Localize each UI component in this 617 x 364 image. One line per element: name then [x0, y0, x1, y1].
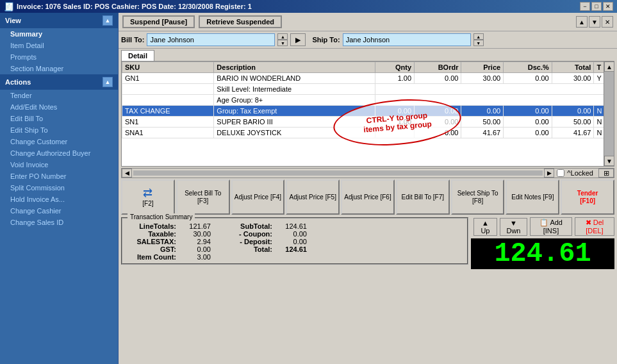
- col-sku: SKU: [122, 62, 214, 73]
- func-btn-f4[interactable]: Adjust Price [F4]: [231, 179, 285, 215]
- detail-tabs: Detail: [119, 49, 617, 61]
- deposit-value: 0.00: [275, 238, 307, 245]
- sidebar-view-item[interactable]: Prompts: [0, 51, 118, 63]
- func-btn-f10[interactable]: Tender[F10]: [561, 179, 614, 215]
- sidebar-action-item[interactable]: Edit Bill To: [0, 113, 118, 124]
- actions-label: Actions: [5, 78, 31, 86]
- locked-area: ^Locked: [554, 169, 596, 177]
- locked-checkbox[interactable]: [557, 169, 564, 177]
- dwn-button[interactable]: ▼ Dwn: [500, 218, 527, 236]
- sidebar-action-item[interactable]: Hold Invoice As...: [0, 194, 118, 205]
- tab-detail[interactable]: Detail: [121, 50, 154, 61]
- sidebar-action-item[interactable]: Change Authorized Buyer: [0, 147, 118, 159]
- scroll-up-btn[interactable]: ▲: [576, 16, 588, 28]
- f5-label: Adjust Price [F5]: [290, 194, 336, 201]
- salestax-row: SALESTAX: 2.94: [125, 238, 211, 245]
- title-bar: 🧾 Invoice: 1076 Sales ID: POS Cashier: P…: [0, 0, 617, 13]
- sidebar-action-item[interactable]: Add/Edit Notes: [0, 101, 118, 113]
- view-header[interactable]: View ▲: [0, 13, 118, 28]
- item-count-label: Item Count:: [125, 253, 176, 261]
- col-price: Price: [461, 62, 504, 73]
- bottom-left: Transaction Summary LineTotals: 121.67 T…: [119, 216, 471, 270]
- actions-header[interactable]: Actions ▲: [0, 74, 118, 90]
- total-label: Total:: [221, 245, 272, 253]
- table-scroll-up[interactable]: ▲: [604, 62, 614, 72]
- table-row[interactable]: GN1BARIO IN WONDERLAND1.000.0030.000.003…: [122, 73, 614, 84]
- up-button[interactable]: ▲ Up: [473, 218, 497, 236]
- func-btn-f5[interactable]: Adjust Price [F5]: [286, 179, 340, 215]
- big-total-value: 124.61: [494, 238, 591, 269]
- total-value: 124.61: [275, 245, 307, 253]
- transaction-title: Transaction Summary: [128, 213, 195, 220]
- deposit-label: - Deposit:: [221, 238, 272, 245]
- close-button[interactable]: ✕: [603, 2, 613, 11]
- sidebar-view-item[interactable]: Item Detail: [0, 40, 118, 51]
- func-btn-f2[interactable]: ⇄ [F2]: [121, 179, 175, 215]
- invoice-table-container: SKU Description Qnty BOrdr Price Dsc.% T…: [121, 61, 614, 167]
- table-scroll-dn[interactable]: ▼: [604, 156, 614, 166]
- transaction-summary: Transaction Summary LineTotals: 121.67 T…: [121, 217, 468, 265]
- table-scroll-track: [604, 72, 614, 156]
- bill-to-input[interactable]: [147, 33, 275, 46]
- view-items-list: SummaryItem DetailPromptsSection Manager: [0, 28, 118, 74]
- scroll-dn-btn[interactable]: ▼: [589, 16, 600, 28]
- toolbar-right: ▲ ▼ ✕: [576, 16, 613, 28]
- func-btn-f3[interactable]: Select Bill To[F3]: [176, 179, 230, 215]
- subtotal-label: SubTotal:: [221, 222, 272, 230]
- col-dsc: Dsc.%: [504, 62, 552, 73]
- line-totals-value: 121.67: [179, 222, 211, 230]
- hscroll-left-btn[interactable]: ◀: [122, 169, 132, 178]
- sidebar-action-item[interactable]: Enter PO Number: [0, 170, 118, 182]
- close-content-btn[interactable]: ✕: [602, 16, 613, 28]
- sidebar-action-item[interactable]: Split Commission: [0, 182, 118, 194]
- ship-to-input[interactable]: [343, 33, 471, 46]
- top-toolbar: Suspend [Pause] Retrieve Suspended ▲ ▼ ✕: [119, 13, 617, 31]
- maximize-button[interactable]: □: [591, 2, 602, 11]
- func-btn-f8[interactable]: Select Ship To[F8]: [451, 179, 505, 215]
- table-row[interactable]: SN1SUPER BARIO III1.000.0050.000.0050.00…: [122, 117, 614, 128]
- col-desc: Description: [214, 62, 375, 73]
- minimize-button[interactable]: −: [580, 2, 590, 11]
- sidebar-action-item[interactable]: Change Customer: [0, 136, 118, 147]
- sidebar-action-item[interactable]: Change Sales ID: [0, 217, 118, 228]
- item-count-value: 3.00: [179, 253, 211, 261]
- table-subrow: Age Group: 8+: [122, 95, 614, 106]
- suspend-button[interactable]: Suspend [Pause]: [122, 15, 195, 28]
- ship-to-dn-btn[interactable]: ▼: [473, 40, 484, 46]
- sidebar-action-item[interactable]: Change Cashier: [0, 205, 118, 217]
- table-row[interactable]: SNA1DELUXE JOYSTICK0.0041.670.0041.67N: [122, 128, 614, 138]
- func-btn-f7[interactable]: Edit Bill To [F7]: [396, 179, 450, 215]
- view-label: View: [5, 17, 21, 24]
- del-button[interactable]: ✖ Del [DEL]: [575, 217, 614, 236]
- func-buttons-row: ⇄ [F2] Select Bill To[F3] Adjust Price […: [121, 179, 614, 215]
- arrows-icon: ⇄: [143, 186, 152, 201]
- f10-label: Tender[F10]: [577, 190, 598, 205]
- bill-to-up-btn[interactable]: ▲: [277, 33, 288, 40]
- col-bordr: BOrdr: [415, 62, 461, 73]
- bill-to-label: Bill To:: [121, 36, 144, 44]
- grid-btn[interactable]: ⊞: [598, 169, 614, 178]
- hscroll-bar: ◀ ▶ ^Locked ⊞: [121, 168, 614, 178]
- sidebar-view-item[interactable]: Summary: [0, 28, 118, 40]
- f2-label: [F2]: [142, 200, 153, 208]
- table-header-row: SKU Description Qnty BOrdr Price Dsc.% T…: [122, 62, 614, 73]
- sidebar-action-item[interactable]: Void Invoice: [0, 159, 118, 170]
- bill-to-transfer-btn[interactable]: ▶: [290, 33, 306, 46]
- sidebar-view-item[interactable]: Section Manager: [0, 63, 118, 74]
- main-container: View ▲ SummaryItem DetailPromptsSection …: [0, 13, 617, 364]
- sidebar-action-item[interactable]: Edit Ship To: [0, 124, 118, 136]
- f9-label: Edit Notes [F9]: [511, 194, 554, 201]
- func-btn-f6[interactable]: Adjust Price [F6]: [341, 179, 395, 215]
- title-bar-controls[interactable]: − □ ✕: [580, 2, 613, 11]
- actions-collapse-btn[interactable]: ▲: [103, 77, 113, 87]
- view-collapse-btn[interactable]: ▲: [103, 15, 113, 26]
- func-btn-f9[interactable]: Edit Notes [F9]: [506, 179, 559, 215]
- add-button[interactable]: 📋 Add [INS]: [530, 217, 572, 236]
- ship-to-up-btn[interactable]: ▲: [473, 33, 484, 40]
- hscroll-right-btn[interactable]: ▶: [544, 169, 554, 178]
- sidebar-action-item[interactable]: Tender: [0, 90, 118, 101]
- table-scrollbar[interactable]: ▲ ▼: [604, 62, 614, 166]
- table-row[interactable]: TAX CHANGEGroup: Tax Exempt0.000.000.000…: [122, 106, 614, 117]
- bill-to-dn-btn[interactable]: ▼: [277, 40, 288, 46]
- retrieve-button[interactable]: Retrieve Suspended: [199, 15, 282, 28]
